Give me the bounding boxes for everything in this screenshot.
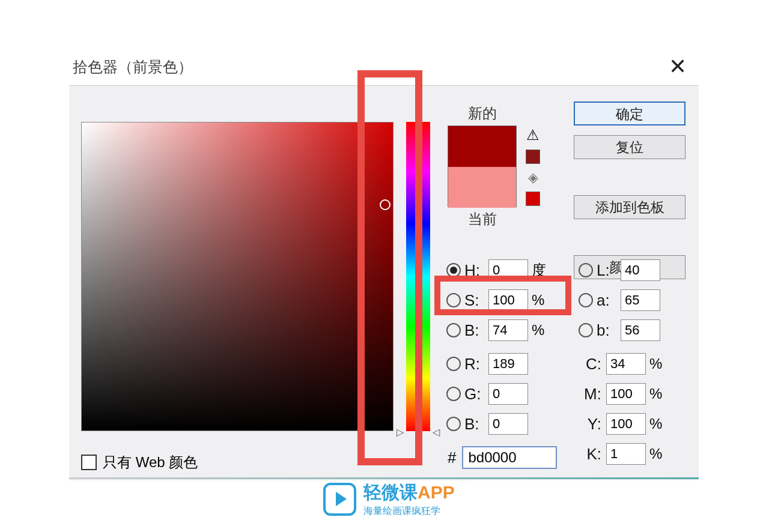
radio-r[interactable] [446,357,461,371]
hue-arrow-right-icon[interactable]: ◁ [433,426,440,438]
hash-label: # [448,449,456,467]
color-field[interactable] [81,122,394,431]
unit-y: % [649,416,667,432]
watermark: 轻微课APP 海量绘画课疯狂学 [323,480,455,518]
input-hex[interactable] [462,446,557,469]
new-color-swatch[interactable] [448,126,516,167]
new-color-label: 新的 [448,104,517,123]
radio-a[interactable] [579,293,593,307]
watermark-subtitle: 海量绘画课疯狂学 [363,505,455,518]
unit-b-hsb: % [532,322,550,339]
label-y: Y: [579,415,601,434]
warning-column: ⚠ ◈ [526,127,540,206]
label-a: a: [597,291,621,310]
label-s: S: [464,291,488,310]
input-b-hsb[interactable] [488,319,528,341]
add-to-swatches-button[interactable]: 添加到色板 [574,195,685,219]
color-preview: 新的 当前 [448,104,517,229]
radio-g[interactable] [446,387,461,401]
input-a[interactable] [621,289,660,311]
unit-k: % [649,446,667,462]
input-y[interactable] [606,413,646,435]
ok-button[interactable]: 确定 [574,101,685,125]
unit-s: % [532,292,550,309]
web-only-label: 只有 Web 颜色 [103,453,198,472]
input-r[interactable] [488,353,528,375]
websafe-swatch[interactable] [526,192,540,206]
watermark-play-icon [323,483,356,516]
button-column: 确定 复位 添加到色板 颜色库 [574,101,685,279]
radio-l[interactable] [579,263,593,277]
websafe-warning-icon[interactable]: ◈ [528,170,538,186]
input-h[interactable] [488,259,528,281]
label-k: K: [579,445,601,464]
label-b-hsb: B: [464,321,488,340]
gamut-swatch[interactable] [526,150,540,164]
input-l[interactable] [621,259,660,281]
close-icon[interactable]: ✕ [669,54,687,79]
web-only-checkbox[interactable] [81,455,97,470]
unit-c: % [649,355,667,372]
hue-arrow-left-icon[interactable]: ▷ [397,426,404,438]
watermark-title: 轻微课APP [363,480,455,505]
radio-b-hsb[interactable] [446,323,461,337]
label-m: M: [579,385,601,404]
reset-button[interactable]: 复位 [574,135,685,159]
value-inputs: H: 度 L: S: % a: [446,255,693,469]
input-g[interactable] [488,383,528,405]
current-color-swatch[interactable] [448,167,516,208]
radio-h[interactable] [446,263,461,277]
radio-b-lab[interactable] [579,323,593,337]
unit-m: % [649,385,667,402]
titlebar: 拾色器（前景色） ✕ [69,48,699,85]
label-h: H: [464,261,488,280]
color-field-marker[interactable] [380,199,391,210]
input-k[interactable] [606,443,646,465]
input-m[interactable] [606,383,646,405]
preview-swatch [448,125,517,207]
gamut-warning-icon[interactable]: ⚠ [526,127,540,144]
dialog-title: 拾色器（前景色） [73,57,193,77]
label-b-lab: b: [597,321,621,340]
radio-b-rgb[interactable] [446,417,461,431]
hex-row: # [448,446,557,469]
label-g: G: [464,385,488,404]
color-picker-dialog: 拾色器（前景色） ✕ ▷ ◁ 新的 当前 ⚠ ◈ 确定 复位 添加到色 [69,48,699,480]
web-colors-row: 只有 Web 颜色 [81,453,198,472]
dialog-body: ▷ ◁ 新的 当前 ⚠ ◈ 确定 复位 添加到色板 颜色库 [69,85,699,480]
input-c[interactable] [606,353,646,375]
hue-slider[interactable] [406,122,430,431]
unit-h: 度 [532,261,550,280]
bottom-divider [69,477,699,479]
label-r: R: [464,355,488,373]
current-color-label: 当前 [448,210,517,229]
label-b-rgb: B: [464,415,488,434]
label-c: C: [579,355,601,373]
input-s[interactable] [488,289,528,311]
radio-s[interactable] [446,293,461,307]
input-b-lab[interactable] [621,319,660,341]
label-l: L: [597,261,621,280]
input-b-rgb[interactable] [488,413,528,435]
